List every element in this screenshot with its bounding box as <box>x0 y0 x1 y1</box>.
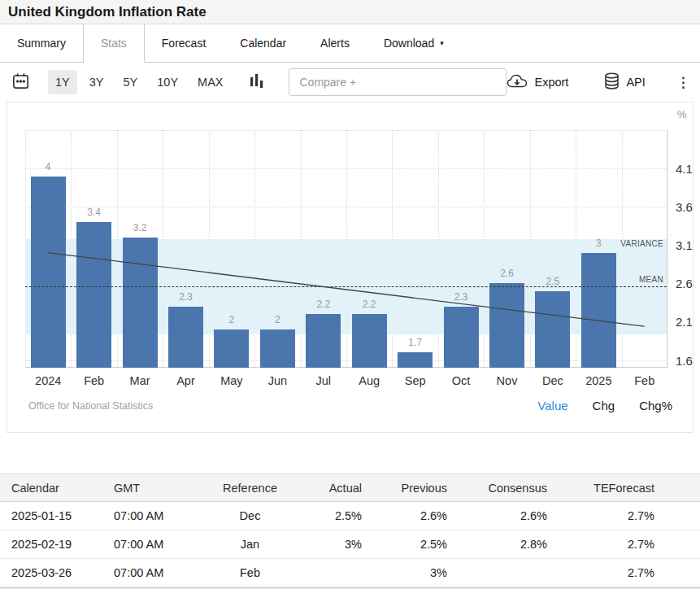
range-button-1y[interactable]: 1Y <box>48 70 77 94</box>
bar-chart-icon <box>250 73 264 92</box>
compare-input[interactable] <box>289 68 507 96</box>
tab-stats[interactable]: Stats <box>84 24 145 63</box>
x-axis-label-2025: 2025 <box>576 374 621 387</box>
gridline <box>667 130 668 367</box>
chart-plot-area[interactable]: 43.43.22.3222.22.21.72.32.62.53MEANVARIA… <box>25 130 667 368</box>
tab-label: Alerts <box>320 37 350 50</box>
table-cell: 07:00 AM <box>114 530 203 559</box>
y-axis-tick-label: 2.6 <box>676 277 693 290</box>
chart-type-button[interactable] <box>250 73 264 92</box>
column-header-consensus: Consensus <box>447 474 547 502</box>
series-mode-chg[interactable]: Chg <box>593 399 615 412</box>
title-bar: United Kingdom Inflation Rate <box>0 0 700 24</box>
inflation-chart: 43.43.22.3222.22.21.72.32.62.53MEANVARIA… <box>7 102 693 433</box>
table-cell: 2025-01-15 <box>0 502 114 530</box>
tab-label: Calendar <box>240 37 286 50</box>
range-button-3y[interactable]: 3Y <box>82 70 111 94</box>
x-axis-label-mar: Mar <box>117 374 163 387</box>
date-range-picker-button[interactable] <box>11 72 30 93</box>
x-axis-label-oct: Oct <box>438 374 484 387</box>
tab-label: Stats <box>101 37 127 50</box>
x-axis-label-sep: Sep <box>392 374 437 387</box>
tab-download[interactable]: Download▾ <box>367 24 461 62</box>
chevron-down-icon: ▾ <box>440 39 444 47</box>
y-axis-tick-label: 3.1 <box>676 238 693 252</box>
table-cell <box>447 559 547 587</box>
x-axis-label-nov: Nov <box>484 374 529 387</box>
page-title: United Kingdom Inflation Rate <box>8 4 207 20</box>
column-header-calendar: Calendar <box>0 474 114 502</box>
table-cell: 2.5% <box>362 530 447 559</box>
series-mode-chgpct[interactable]: Chg% <box>639 399 672 412</box>
table-cell: 2.7% <box>547 502 700 530</box>
calendar-table-header: CalendarGMTReferenceActualPreviousConsen… <box>0 474 700 502</box>
trend-line <box>25 130 667 367</box>
chart-toolbar: 1Y3Y5Y10YMAX Export <box>0 63 700 102</box>
table-cell: 3% <box>362 559 447 587</box>
range-button-10y[interactable]: 10Y <box>150 70 185 94</box>
y-axis-tick-label: 3.6 <box>676 200 693 214</box>
y-axis-unit: % <box>677 108 687 120</box>
table-cell: 2.5% <box>297 502 362 530</box>
table-row[interactable]: 2025-03-2607:00 AMFeb3%2.7% <box>0 559 700 587</box>
chart-footer: Office for National Statistics ValueChgC… <box>28 399 672 412</box>
table-cell <box>297 559 362 587</box>
tab-calendar[interactable]: Calendar <box>223 24 303 62</box>
column-header-teforecast: TEForecast <box>547 474 700 502</box>
table-cell: 07:00 AM <box>114 502 203 530</box>
calendar-table: CalendarGMTReferenceActualPreviousConsen… <box>0 473 700 587</box>
range-button-5y[interactable]: 5Y <box>116 70 146 94</box>
table-cell: 2.7% <box>547 559 700 587</box>
api-label: API <box>626 76 645 89</box>
table-cell: Jan <box>203 530 297 559</box>
x-axis-label-2024: 2024 <box>25 374 71 387</box>
database-icon <box>604 72 620 93</box>
x-axis-label-feb: Feb <box>622 374 667 387</box>
y-axis-tick-label: 4.1 <box>676 162 693 176</box>
table-cell: 2025-02-19 <box>0 530 114 559</box>
tab-label: Download <box>384 37 434 50</box>
table-cell: Feb <box>203 559 297 587</box>
table-row[interactable]: 2025-01-1507:00 AMDec2.5%2.6%2.6%2.7% <box>0 502 700 530</box>
y-axis-tick-label: 2.1 <box>676 315 693 329</box>
x-axis-label-apr: Apr <box>163 374 208 387</box>
series-mode-value[interactable]: Value <box>537 399 567 412</box>
range-button-max[interactable]: MAX <box>190 70 230 94</box>
table-cell: 3% <box>297 530 362 559</box>
x-axis-label-dec: Dec <box>530 374 576 387</box>
tab-forecast[interactable]: Forecast <box>145 24 223 62</box>
column-header-actual: Actual <box>297 474 362 502</box>
column-header-gmt: GMT <box>114 474 203 502</box>
x-axis-label-aug: Aug <box>346 374 392 387</box>
export-button[interactable]: Export <box>507 73 568 92</box>
table-cell: 2.8% <box>447 530 547 559</box>
cloud-download-icon <box>507 73 528 92</box>
column-header-previous: Previous <box>362 474 447 502</box>
tab-summary[interactable]: Summary <box>0 24 84 62</box>
table-cell: 07:00 AM <box>114 559 203 587</box>
tab-label: Forecast <box>162 37 206 50</box>
y-axis-tick-label: 1.6 <box>676 354 693 368</box>
table-cell: 2.6% <box>447 502 547 530</box>
kebab-menu-icon[interactable]: ⋮ <box>676 76 690 89</box>
x-axis-label-feb: Feb <box>71 374 116 387</box>
x-axis-label-jul: Jul <box>301 374 346 387</box>
column-header-reference: Reference <box>203 474 297 502</box>
x-axis-label-jun: Jun <box>254 374 300 387</box>
export-label: Export <box>534 76 568 89</box>
api-button[interactable]: API <box>604 72 645 93</box>
tab-label: Summary <box>17 37 66 50</box>
calendar-icon <box>11 72 30 93</box>
x-axis-label-may: May <box>209 374 254 387</box>
table-row[interactable]: 2025-02-1907:00 AMJan3%2.5%2.8%2.7% <box>0 530 700 559</box>
table-cell: Dec <box>203 502 297 530</box>
data-source-label: Office for National Statistics <box>28 400 153 412</box>
series-mode-links: ValueChgChg% <box>537 399 672 412</box>
tab-alerts[interactable]: Alerts <box>303 24 367 62</box>
table-cell: 2025-03-26 <box>0 559 114 587</box>
range-selector: 1Y3Y5Y10YMAX <box>48 70 230 94</box>
tab-bar: SummaryStatsForecastCalendarAlertsDownlo… <box>0 24 700 63</box>
table-cell: 2.7% <box>547 530 700 559</box>
table-cell: 2.6% <box>362 502 447 530</box>
